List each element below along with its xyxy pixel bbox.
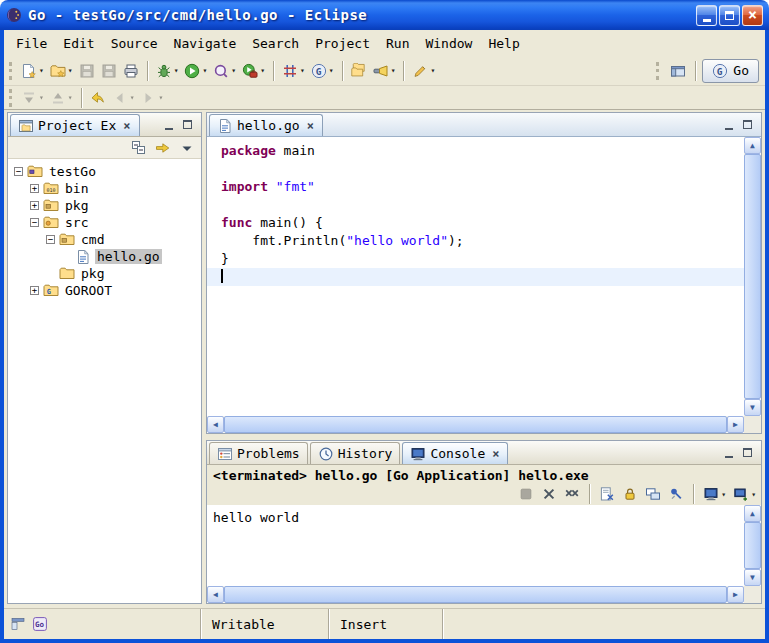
- link-with-editor-button[interactable]: [152, 136, 174, 160]
- pin-console-button[interactable]: [665, 484, 687, 504]
- editor-horizontal-scrollbar[interactable]: ◀ ▶: [207, 416, 744, 433]
- code-line[interactable]: }: [221, 250, 744, 268]
- minimize-view-button[interactable]: [721, 117, 736, 132]
- tree-item-bin[interactable]: +010bin: [8, 180, 201, 197]
- new-project-button[interactable]: ▾: [47, 59, 76, 83]
- display-selected-console-button[interactable]: ▾: [700, 484, 729, 504]
- terminate-button[interactable]: [515, 484, 537, 504]
- scroll-up-icon[interactable]: ▲: [744, 505, 761, 522]
- scroll-lock-button[interactable]: [619, 484, 641, 504]
- maximize-view-button[interactable]: [740, 117, 755, 132]
- scrollbar-thumb[interactable]: [224, 586, 727, 603]
- remove-all-launches-button[interactable]: [561, 484, 583, 504]
- menu-source[interactable]: Source: [103, 33, 166, 54]
- view-menu-button[interactable]: [176, 136, 198, 160]
- menu-project[interactable]: Project: [307, 33, 378, 54]
- tree-item-hello-go[interactable]: hello.go: [8, 248, 201, 265]
- previous-annotation-button[interactable]: ▾: [47, 86, 76, 110]
- code-line[interactable]: fmt.Println("hello world");: [221, 232, 744, 250]
- external-tools-button[interactable]: ▾: [239, 59, 268, 83]
- go-perspective-button[interactable]: G Go: [702, 59, 759, 83]
- forward-button[interactable]: ▾: [137, 86, 166, 110]
- scrollbar-track[interactable]: [224, 586, 727, 603]
- code-line[interactable]: [221, 160, 744, 178]
- menu-search[interactable]: Search: [244, 33, 307, 54]
- save-all-button[interactable]: [98, 59, 120, 83]
- tree-item-pkg[interactable]: pkg: [8, 265, 201, 282]
- expand-icon[interactable]: +: [30, 201, 39, 210]
- tab-project-explorer[interactable]: Project Ex ×: [10, 114, 140, 136]
- tab-problems[interactable]: Problems: [209, 442, 308, 464]
- scroll-down-icon[interactable]: ▼: [744, 569, 761, 586]
- tree-item-testgo[interactable]: −testGo: [8, 163, 201, 180]
- scroll-up-icon[interactable]: ▲: [744, 137, 761, 154]
- tree-item-src[interactable]: −src: [8, 214, 201, 231]
- tab-console[interactable]: Console×: [402, 442, 508, 464]
- menu-navigate[interactable]: Navigate: [166, 33, 245, 54]
- tree-item-cmd[interactable]: −cmd: [8, 231, 201, 248]
- editor-vertical-scrollbar[interactable]: ▲ ▼: [744, 137, 761, 416]
- close-button[interactable]: ×: [742, 5, 763, 26]
- maximize-view-button[interactable]: [740, 445, 755, 460]
- code-line[interactable]: func main() {: [221, 214, 744, 232]
- console-output[interactable]: hello world: [207, 505, 744, 586]
- back-button[interactable]: ▾: [109, 86, 138, 110]
- tree-item-goroot[interactable]: +GGOROOT: [8, 282, 201, 299]
- expand-icon[interactable]: +: [30, 286, 39, 295]
- save-button[interactable]: [76, 59, 98, 83]
- new-wizard-button[interactable]: ▾: [18, 59, 47, 83]
- go-wizard-button[interactable]: G▾: [308, 59, 337, 83]
- run-button[interactable]: ▾: [181, 59, 210, 83]
- scrollbar-thumb[interactable]: [744, 154, 761, 399]
- console-horizontal-scrollbar[interactable]: ◀ ▶: [207, 586, 744, 603]
- trim-fastview-icon[interactable]: [10, 616, 26, 632]
- show-console-when-output-button[interactable]: [642, 484, 664, 504]
- menu-help[interactable]: Help: [480, 33, 527, 54]
- open-console-button[interactable]: ▾: [730, 484, 759, 504]
- menu-edit[interactable]: Edit: [55, 33, 102, 54]
- minimize-view-button[interactable]: [161, 117, 176, 132]
- scroll-down-icon[interactable]: ▼: [744, 399, 761, 416]
- scrollbar-thumb[interactable]: [744, 522, 761, 569]
- clear-console-button[interactable]: [596, 484, 618, 504]
- mark-occurrences-button[interactable]: ▾: [409, 59, 438, 83]
- tree-item-pkg[interactable]: +pkg: [8, 197, 201, 214]
- close-icon[interactable]: ×: [122, 119, 131, 133]
- last-edit-location-button[interactable]: [87, 86, 109, 110]
- scroll-right-icon[interactable]: ▶: [727, 586, 744, 603]
- open-perspective-button[interactable]: [667, 59, 689, 83]
- scrollbar-track[interactable]: [744, 154, 761, 399]
- print-button[interactable]: [120, 59, 142, 83]
- editor-code[interactable]: package mainimport "fmt"func main() { fm…: [207, 137, 744, 416]
- expand-icon[interactable]: +: [30, 184, 39, 193]
- open-resource-button[interactable]: [348, 59, 370, 83]
- close-icon[interactable]: ×: [491, 447, 500, 461]
- code-line[interactable]: [207, 268, 744, 286]
- collapse-all-button[interactable]: [128, 136, 150, 160]
- scroll-left-icon[interactable]: ◀: [207, 586, 224, 603]
- maximize-button[interactable]: [719, 5, 740, 26]
- title-bar[interactable]: Go - testGo/src/cmd/hello.go - Eclipse ×: [0, 0, 769, 30]
- menu-run[interactable]: Run: [378, 33, 417, 54]
- maximize-view-button[interactable]: [180, 117, 195, 132]
- code-line[interactable]: [221, 196, 744, 214]
- goclipse-grid-button[interactable]: ▾: [279, 59, 308, 83]
- code-line[interactable]: package main: [221, 142, 744, 160]
- menu-file[interactable]: File: [8, 33, 55, 54]
- collapse-icon[interactable]: −: [14, 167, 23, 176]
- trim-go-icon[interactable]: Go: [32, 616, 48, 632]
- minimize-view-button[interactable]: [721, 445, 736, 460]
- collapse-icon[interactable]: −: [30, 218, 39, 227]
- search-button[interactable]: ▾: [370, 59, 399, 83]
- menu-window[interactable]: Window: [417, 33, 480, 54]
- scroll-right-icon[interactable]: ▶: [727, 416, 744, 433]
- scrollbar-thumb[interactable]: [224, 416, 727, 433]
- tab-history[interactable]: History: [310, 442, 401, 464]
- minimize-button[interactable]: [696, 5, 717, 26]
- scroll-left-icon[interactable]: ◀: [207, 416, 224, 433]
- console-vertical-scrollbar[interactable]: ▲ ▼: [744, 505, 761, 586]
- debug-button[interactable]: ▾: [153, 59, 182, 83]
- tab-hello-go[interactable]: hello.go ×: [209, 114, 323, 136]
- next-annotation-button[interactable]: ▾: [18, 86, 47, 110]
- scrollbar-track[interactable]: [224, 416, 727, 433]
